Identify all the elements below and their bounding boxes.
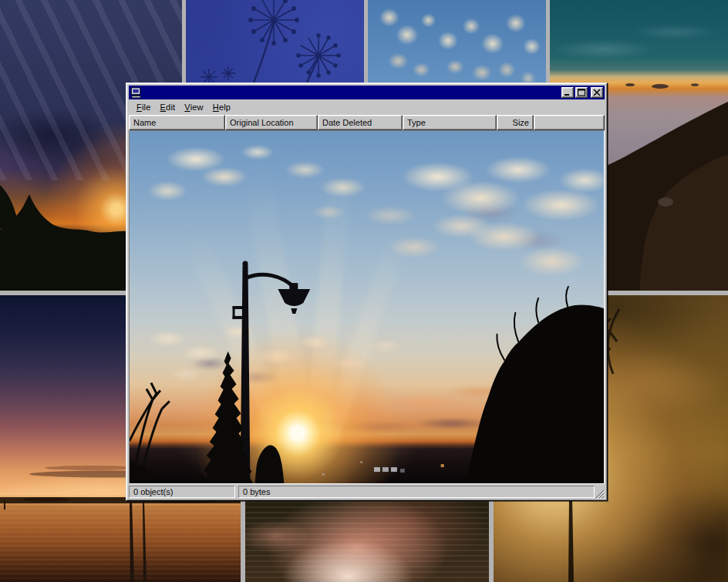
menu-file[interactable]: File xyxy=(132,101,156,113)
column-header-type[interactable]: Type xyxy=(403,115,497,130)
status-byte-count: 0 bytes xyxy=(238,486,595,498)
computer-icon xyxy=(130,87,142,99)
menu-bar: File Edit View Help xyxy=(129,99,605,115)
column-header-filler[interactable] xyxy=(534,115,605,130)
close-icon xyxy=(592,89,602,96)
menu-help[interactable]: Help xyxy=(208,101,235,113)
list-viewport[interactable] xyxy=(129,130,605,484)
window-controls xyxy=(561,87,603,98)
column-header-original-location[interactable]: Original Location xyxy=(225,115,318,130)
status-bar: 0 object(s) 0 bytes xyxy=(129,486,605,498)
city-lights xyxy=(322,461,443,476)
bush-silhouette xyxy=(254,446,284,483)
maximize-icon xyxy=(577,89,586,96)
column-header-name[interactable]: Name xyxy=(129,115,225,130)
menu-edit[interactable]: Edit xyxy=(156,101,180,113)
menu-view[interactable]: View xyxy=(180,101,207,113)
maximize-button[interactable] xyxy=(575,87,588,98)
titlebar[interactable] xyxy=(129,86,605,99)
status-object-count: 0 object(s) xyxy=(129,486,235,498)
close-button[interactable] xyxy=(591,87,603,98)
column-header-size[interactable]: Size xyxy=(497,115,534,130)
right-trees-silhouette xyxy=(467,286,604,483)
window-frame: File Edit View Help Name Original Locati… xyxy=(126,83,607,500)
silhouette-layer xyxy=(130,131,604,483)
minimize-icon xyxy=(563,89,572,96)
resize-grip[interactable] xyxy=(595,488,605,498)
column-headers: Name Original Location Date Deleted Type… xyxy=(129,115,605,130)
column-header-date-deleted[interactable]: Date Deleted xyxy=(318,115,403,130)
resize-grip-icon xyxy=(595,489,605,499)
minimize-button[interactable] xyxy=(561,87,574,98)
recycle-bin-window: File Edit View Help Name Original Locati… xyxy=(126,82,608,501)
left-ground-silhouette xyxy=(130,459,162,483)
desktop: File Edit View Help Name Original Locati… xyxy=(0,0,728,582)
